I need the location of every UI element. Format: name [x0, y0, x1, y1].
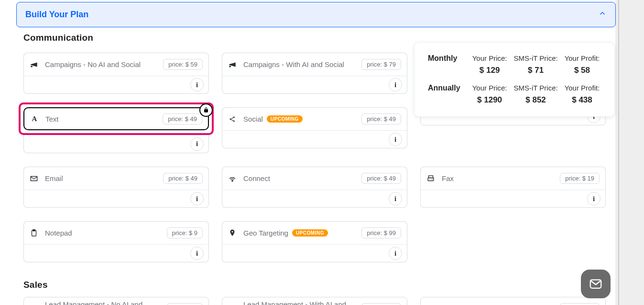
price-pill: price: $ 29: [361, 303, 401, 305]
plan-item-info-row: i: [23, 76, 209, 94]
plan-item-label: Lead Management - No AI and Social: [45, 300, 160, 305]
build-plan-accordion-header[interactable]: Build Your Plan: [16, 2, 616, 27]
svg-point-6: [432, 179, 433, 180]
summary-col-head: Your Price:: [469, 83, 510, 93]
plan-item-email[interactable]: Email price: $ 49: [23, 167, 209, 190]
plan-item-label-text: Geo Targeting: [243, 229, 288, 237]
plan-item-campaigns-with-ai[interactable]: Campaigns - With AI and Social price: $ …: [222, 53, 407, 76]
plan-item-info-row: i: [222, 76, 407, 94]
summary-value: $ 852: [510, 93, 561, 106]
price-pill: price: $ 49: [163, 173, 203, 184]
summary-value: $ 71: [510, 64, 561, 76]
scrollbar-gutter[interactable]: [615, 0, 644, 305]
plan-item-label: Geo Targeting UPCOMING: [243, 229, 355, 237]
info-button[interactable]: i: [389, 78, 402, 91]
accordion-title: Build Your Plan: [25, 10, 88, 20]
share-icon: [228, 115, 237, 124]
plan-item-label: Campaigns - With AI and Social: [243, 60, 355, 68]
plan-item-text-selected: A Text price: $ 49: [19, 102, 214, 135]
plan-item-campaigns-no-ai[interactable]: Campaigns - No AI and Social price: $ 59: [23, 53, 209, 76]
summary-col-head: Your Price:: [469, 53, 510, 64]
svg-point-2: [233, 120, 235, 122]
plan-item-label: Notepad: [45, 229, 160, 237]
price-pill: price: $ 59: [163, 59, 203, 70]
summary-value: $ 438: [561, 93, 603, 106]
svg-point-1: [233, 116, 235, 118]
plan-item-info-row: i: [23, 135, 209, 153]
info-button[interactable]: i: [389, 133, 402, 146]
campaigns-icon: [30, 60, 38, 69]
map-marker-icon: [228, 229, 237, 237]
plan-item-label: Text: [45, 115, 156, 123]
info-button[interactable]: i: [190, 137, 204, 151]
plan-item-label: Lead Management - With AI and Social: [243, 300, 355, 305]
price-pill: price: $ 29: [560, 303, 600, 305]
plan-item-info-row: i: [420, 190, 606, 208]
summary-col-head: Your Profit:: [561, 83, 603, 93]
info-button[interactable]: i: [389, 192, 402, 205]
plan-item-label: Fax: [442, 174, 553, 182]
price-pill: price: $ 49: [361, 113, 401, 124]
price-pill: price: $ 49: [163, 113, 202, 124]
section-title-sales: Sales: [23, 280, 606, 290]
plan-item-label: Email: [45, 174, 156, 182]
plan-item-fax[interactable]: Fax price: $ 19: [420, 167, 606, 190]
info-button[interactable]: i: [389, 247, 402, 260]
plan-item-geo-targeting[interactable]: Geo Targeting UPCOMING price: $ 99: [222, 221, 407, 244]
svg-point-0: [230, 118, 231, 120]
price-pill: price: $ 79: [361, 59, 401, 70]
summary-value: $ 58: [561, 64, 603, 76]
svg-rect-5: [428, 178, 434, 181]
info-button[interactable]: i: [190, 247, 204, 260]
price-pill: price: $ 49: [361, 173, 401, 184]
chevron-up-icon: [598, 9, 607, 20]
plan-item-label-text: Social: [243, 115, 263, 123]
envelope-icon: [30, 174, 38, 183]
info-button[interactable]: i: [190, 192, 204, 205]
plan-item-text[interactable]: A Text price: $ 49: [23, 107, 209, 130]
info-button[interactable]: i: [587, 192, 600, 205]
plan-item-social[interactable]: Social UPCOMING price: $ 49: [222, 107, 407, 130]
section-title-communication: Communication: [23, 33, 606, 43]
fax-icon: [426, 174, 435, 183]
upcoming-badge: UPCOMING: [292, 229, 328, 237]
plan-item-label: Campaigns - No AI and Social: [45, 60, 156, 68]
upcoming-badge: UPCOMING: [267, 115, 303, 123]
plan-item-notepad[interactable]: Notepad price: $ 9: [23, 221, 209, 244]
clipboard-icon: [30, 229, 38, 237]
text-icon: A: [30, 114, 39, 123]
plan-item-info-row: i: [23, 190, 209, 208]
summary-row-label: Annually: [426, 83, 469, 93]
price-pill: price: $ 9: [167, 227, 203, 238]
campaigns-icon: [228, 60, 237, 69]
plan-item-connect[interactable]: Connect price: $ 49: [222, 167, 407, 190]
plan-item-label: Connect: [243, 174, 355, 182]
svg-rect-8: [33, 229, 35, 231]
plan-item-lead-with-ai[interactable]: Lead Management - With AI and Social pri…: [222, 297, 407, 305]
plan-item-info-row: i: [222, 244, 407, 262]
svg-point-3: [232, 180, 233, 181]
plan-item-label: Social UPCOMING: [243, 115, 355, 123]
price-pill: price: $ 19: [560, 173, 600, 184]
summary-value: $ 129: [469, 64, 510, 76]
plan-item-info-row: i: [23, 244, 209, 262]
summary-col-head: SMS-iT Price:: [510, 53, 561, 64]
summary-col-head: SMS-iT Price:: [510, 83, 561, 93]
plan-item-pipelines[interactable]: Pipelines price: $ 29: [420, 297, 606, 305]
plan-item-info-row: i: [222, 130, 407, 148]
wifi-icon: [228, 174, 237, 183]
info-button[interactable]: i: [190, 78, 204, 91]
pricing-summary-card: Monthly Your Price: SMS-iT Price: Your P…: [414, 42, 615, 117]
mail-fab-button[interactable]: [581, 270, 611, 298]
lock-icon: [199, 103, 213, 117]
summary-col-head: Your Profit:: [561, 53, 603, 64]
price-pill: price: $ 99: [361, 227, 401, 238]
summary-row-label: Monthly: [426, 53, 469, 64]
summary-value: $ 1290: [469, 93, 510, 106]
plan-item-lead-no-ai[interactable]: Lead Management - No AI and Social price…: [23, 297, 209, 305]
price-pill: price: $ 9: [167, 303, 203, 305]
plan-item-info-row: i: [222, 190, 407, 208]
